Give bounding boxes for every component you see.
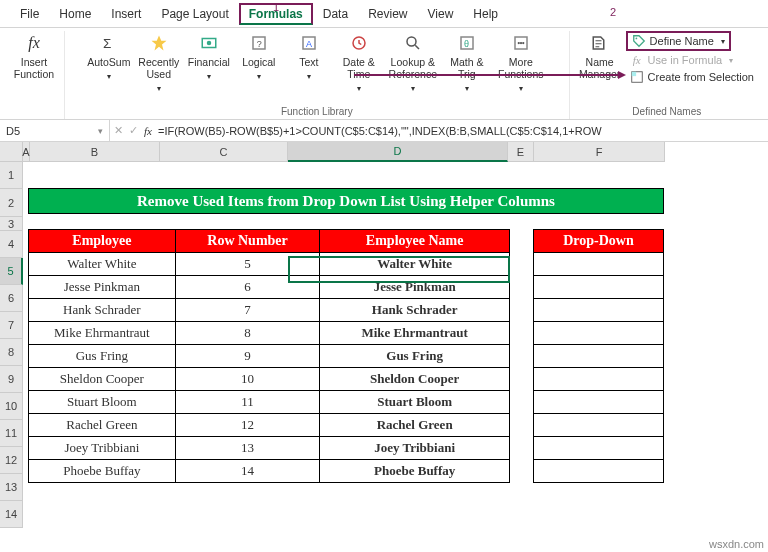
lookup-reference-button[interactable]: Lookup & Reference▾ <box>385 31 441 97</box>
cell-employee[interactable]: Rachel Green <box>29 414 176 437</box>
table-row[interactable]: Jesse Pinkman6Jesse Pinkman <box>29 276 510 299</box>
table-row[interactable]: Stuart Bloom11Stuart Bloom <box>29 391 510 414</box>
dropdown-cell[interactable] <box>534 437 664 460</box>
cell-employee-name[interactable]: Rachel Green <box>320 414 510 437</box>
cell-row-number[interactable]: 13 <box>175 437 320 460</box>
cell-employee-name[interactable]: Jesse Pinkman <box>320 276 510 299</box>
col-header-b[interactable]: B <box>30 142 160 162</box>
row-header-10[interactable]: 10 <box>0 393 23 420</box>
header-employee[interactable]: Employee <box>29 230 176 253</box>
financial-button[interactable]: Financial▾ <box>185 31 233 85</box>
cell-employee[interactable]: Mike Ehrmantraut <box>29 322 176 345</box>
table-row[interactable]: Joey Tribbiani13Joey Tribbiani <box>29 437 510 460</box>
cell-row-number[interactable]: 5 <box>175 253 320 276</box>
header-dropdown[interactable]: Drop-Down <box>534 230 664 253</box>
col-header-d[interactable]: D <box>288 142 508 162</box>
tab-help[interactable]: Help <box>463 3 508 25</box>
tab-insert[interactable]: Insert <box>101 3 151 25</box>
more-functions-button[interactable]: More Functions▾ <box>493 31 549 97</box>
tab-view[interactable]: View <box>418 3 464 25</box>
cell-row-number[interactable]: 6 <box>175 276 320 299</box>
row-header-11[interactable]: 11 <box>0 420 23 447</box>
cell-row-number[interactable]: 10 <box>175 368 320 391</box>
cell-employee-name[interactable]: Sheldon Cooper <box>320 368 510 391</box>
cell-employee[interactable]: Walter White <box>29 253 176 276</box>
cell-employee[interactable]: Phoebe Buffay <box>29 460 176 483</box>
use-in-formula-button[interactable]: fxUse in Formula▾ <box>626 52 738 68</box>
table-row[interactable]: Rachel Green12Rachel Green <box>29 414 510 437</box>
cell-row-number[interactable]: 12 <box>175 414 320 437</box>
table-row[interactable]: Phoebe Buffay14Phoebe Buffay <box>29 460 510 483</box>
create-from-selection-button[interactable]: Create from Selection <box>626 69 758 85</box>
cell-employee-name[interactable]: Joey Tribbiani <box>320 437 510 460</box>
dropdown-cell[interactable] <box>534 460 664 483</box>
cell-employee-name[interactable]: Mike Ehrmantraut <box>320 322 510 345</box>
cell-employee-name[interactable]: Walter White <box>320 253 510 276</box>
text-button[interactable]: AText▾ <box>285 31 333 85</box>
row-header-14[interactable]: 14 <box>0 501 23 528</box>
cell-employee[interactable]: Hank Schrader <box>29 299 176 322</box>
table-row[interactable]: Walter White5Walter White <box>29 253 510 276</box>
cell-employee[interactable]: Gus Fring <box>29 345 176 368</box>
header-row-number[interactable]: Row Number <box>175 230 320 253</box>
table-row[interactable]: Gus Fring9Gus Fring <box>29 345 510 368</box>
select-all-corner[interactable] <box>0 142 23 162</box>
cell-employee-name[interactable]: Hank Schrader <box>320 299 510 322</box>
name-box[interactable]: D5▾ <box>0 120 110 141</box>
autosum-button[interactable]: ΣAutoSum▾ <box>85 31 133 85</box>
row-header-8[interactable]: 8 <box>0 339 23 366</box>
dropdown-cell[interactable] <box>534 276 664 299</box>
row-header-1[interactable]: 1 <box>0 162 23 189</box>
col-header-f[interactable]: F <box>534 142 665 162</box>
cell-row-number[interactable]: 11 <box>175 391 320 414</box>
cell-row-number[interactable]: 8 <box>175 322 320 345</box>
row-header-6[interactable]: 6 <box>0 285 23 312</box>
enter-icon[interactable]: ✓ <box>129 124 138 137</box>
cell-employee-name[interactable]: Phoebe Buffay <box>320 460 510 483</box>
table-row[interactable]: Sheldon Cooper10Sheldon Cooper <box>29 368 510 391</box>
dropdown-cell[interactable] <box>534 322 664 345</box>
table-row[interactable]: Mike Ehrmantraut8Mike Ehrmantraut <box>29 322 510 345</box>
math-trig-button[interactable]: θMath & Trig▾ <box>443 31 491 97</box>
cancel-icon[interactable]: ✕ <box>114 124 123 137</box>
row-header-13[interactable]: 13 <box>0 474 23 501</box>
tab-file[interactable]: File <box>10 3 49 25</box>
formula-input[interactable]: =IF(ROW(B5)-ROW(B$5)+1>COUNT(C$5:C$14),"… <box>158 125 602 137</box>
tab-home[interactable]: Home <box>49 3 101 25</box>
cell-employee[interactable]: Jesse Pinkman <box>29 276 176 299</box>
row-header-4[interactable]: 4 <box>0 231 23 258</box>
tab-page-layout[interactable]: Page Layout <box>151 3 238 25</box>
cell-employee[interactable]: Sheldon Cooper <box>29 368 176 391</box>
cell-employee[interactable]: Joey Tribbiani <box>29 437 176 460</box>
col-header-c[interactable]: C <box>160 142 288 162</box>
define-name-button[interactable]: Define Name▾ <box>626 31 731 51</box>
dropdown-cell[interactable] <box>534 368 664 391</box>
table-row[interactable]: Hank Schrader7Hank Schrader <box>29 299 510 322</box>
date-time-button[interactable]: Date & Time▾ <box>335 31 383 97</box>
dropdown-cell[interactable] <box>534 253 664 276</box>
tab-review[interactable]: Review <box>358 3 417 25</box>
cell-row-number[interactable]: 7 <box>175 299 320 322</box>
insert-function-button[interactable]: fx Insert Function <box>10 31 58 82</box>
cell-employee-name[interactable]: Gus Fring <box>320 345 510 368</box>
row-header-9[interactable]: 9 <box>0 366 23 393</box>
row-header-3[interactable]: 3 <box>0 217 23 231</box>
header-employee-name[interactable]: Employee Name <box>320 230 510 253</box>
tab-data[interactable]: Data <box>313 3 358 25</box>
dropdown-cell[interactable] <box>534 391 664 414</box>
logical-button[interactable]: ?Logical▾ <box>235 31 283 85</box>
cell-row-number[interactable]: 9 <box>175 345 320 368</box>
cell-employee[interactable]: Stuart Bloom <box>29 391 176 414</box>
dropdown-cell[interactable] <box>534 299 664 322</box>
dropdown-cell[interactable] <box>534 414 664 437</box>
row-header-12[interactable]: 12 <box>0 447 23 474</box>
col-header-e[interactable]: E <box>508 142 534 162</box>
dropdown-cell[interactable] <box>534 345 664 368</box>
recently-used-button[interactable]: Recently Used▾ <box>135 31 183 97</box>
row-header-2[interactable]: 2 <box>0 189 23 217</box>
row-header-5[interactable]: 5 <box>0 258 23 285</box>
fx-icon[interactable]: fx <box>144 125 152 137</box>
col-header-a[interactable]: A <box>23 142 30 162</box>
row-header-7[interactable]: 7 <box>0 312 23 339</box>
cell-employee-name[interactable]: Stuart Bloom <box>320 391 510 414</box>
